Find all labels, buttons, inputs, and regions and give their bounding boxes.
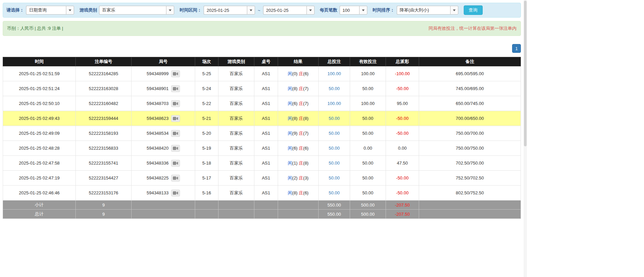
column-header: 有效投注: [350, 57, 386, 66]
round-cell: 594348534: [132, 126, 195, 141]
page-size-combo: [340, 6, 367, 15]
total-bet-cell[interactable]: 100.00: [319, 66, 350, 81]
subtotal-row-cell: [419, 200, 521, 210]
date-from-dropdown-button[interactable]: [247, 6, 255, 15]
total-bet-cell[interactable]: 50.00: [319, 141, 350, 156]
total-bet-cell[interactable]: 50.00: [319, 81, 350, 96]
total-bet-cell[interactable]: 50.00: [319, 156, 350, 171]
result-banker: 庄: [299, 116, 303, 121]
table-footer: 小计9550.00500.00-207.50总计9550.00500.00-20…: [3, 200, 521, 219]
range-separator: ~: [258, 8, 260, 13]
video-camera-icon[interactable]: [171, 70, 180, 77]
date-from-input[interactable]: [204, 6, 247, 15]
payout-cell: -100.00: [386, 66, 419, 81]
remark-cell: 702.50/750.00: [419, 156, 521, 171]
remark-cell: 750.00/750.00: [419, 141, 521, 156]
total-bet-cell[interactable]: 100.00: [319, 96, 350, 111]
column-header: 桌号: [254, 57, 278, 66]
total-bet-cell[interactable]: 50.00: [319, 186, 350, 200]
table-row: 2025-01-25 02:47:58522223155741594348336…: [3, 156, 521, 171]
round-cell: 594348901: [132, 81, 195, 96]
time-sort-dropdown-button[interactable]: [450, 6, 458, 15]
time-cell: 2025-01-25 02:49:43: [3, 111, 76, 126]
valid-bet-cell: 100.00: [350, 66, 386, 81]
game-category-combo: [99, 6, 174, 15]
result-player-score: (2): [292, 175, 298, 180]
result-banker: 庄: [299, 161, 303, 166]
time-cell: 2025-01-25 02:47:19: [3, 171, 76, 186]
video-camera-icon[interactable]: [171, 145, 180, 152]
video-camera-icon[interactable]: [171, 100, 180, 107]
game-category-input[interactable]: [99, 6, 166, 15]
result-player-score: (9): [292, 131, 298, 136]
video-camera-icon[interactable]: [171, 175, 180, 182]
page-button-1[interactable]: 1: [512, 44, 521, 53]
page-size-dropdown-button[interactable]: [359, 6, 367, 15]
session-cell: 5-25: [195, 66, 218, 81]
bets-table: 时间注单编号局号场次游戏类别桌号结果总投注有效投注总派彩备注 2025-01-2…: [3, 57, 521, 219]
valid-bet-cell: 100.00: [350, 96, 386, 111]
session-cell: 5-17: [195, 171, 218, 186]
total-bet-cell[interactable]: 50.00: [319, 126, 350, 141]
date-to-input[interactable]: [263, 6, 306, 15]
round-number: 594348623: [146, 116, 168, 121]
video-camera-icon[interactable]: [171, 160, 180, 167]
total-row-cell: 总计: [3, 210, 76, 219]
result-banker: 庄: [299, 190, 303, 195]
video-camera-icon[interactable]: [171, 190, 180, 196]
table-row: 2025-01-25 02:51:59522223164285594348999…: [3, 66, 521, 81]
game-cell: 百家乐: [218, 66, 254, 81]
result-player-score: (0): [292, 71, 298, 76]
round-number: 594348420: [146, 146, 168, 151]
valid-bet-cell: 50.00: [350, 81, 386, 96]
time-sort-input[interactable]: [397, 6, 450, 15]
session-cell: 5-22: [195, 96, 218, 111]
game-cell: 百家乐: [218, 141, 254, 156]
payout-cell: -50.00: [386, 81, 419, 96]
result-banker-score: (6): [303, 71, 308, 76]
result-player-score: (6): [292, 101, 298, 106]
video-camera-icon[interactable]: [171, 85, 180, 92]
subtotal-row-cell: -207.50: [386, 200, 419, 210]
round-cell: 594348133: [132, 186, 195, 200]
session-cell: 5-21: [195, 111, 218, 126]
time-cell: 2025-01-25 02:49:09: [3, 126, 76, 141]
column-header: 游戏类别: [218, 57, 254, 66]
scrollbar[interactable]: [524, 0, 527, 277]
date-to-dropdown-button[interactable]: [306, 6, 315, 15]
total-bet-cell[interactable]: 50.00: [319, 171, 350, 186]
round-number: 594348999: [146, 71, 168, 76]
table-row: 2025-01-25 02:50:10522223160482594348703…: [3, 96, 521, 111]
total-row-cell: 9: [76, 210, 132, 219]
video-camera-icon[interactable]: [171, 130, 180, 137]
page-size-input[interactable]: [340, 6, 359, 15]
query-type-input[interactable]: [26, 6, 66, 15]
payout-cell: 47.50: [386, 156, 419, 171]
remark-cell: 650.00/745.00: [419, 96, 521, 111]
scrollbar-thumb[interactable]: [524, 1, 527, 146]
table-no-cell: AS1: [254, 141, 278, 156]
payout-cell: -50.00: [386, 126, 419, 141]
result-player-score: (1): [292, 161, 298, 166]
column-header: 时间: [3, 57, 76, 66]
result-cell: 闲(8) 庄(8): [278, 111, 319, 126]
subtotal-row-cell: 小计: [3, 200, 76, 210]
result-cell: 闲(1) 庄(8): [278, 156, 319, 171]
game-category-dropdown-button[interactable]: [166, 6, 174, 15]
session-cell: 5-16: [195, 186, 218, 200]
video-camera-icon[interactable]: [171, 115, 180, 122]
total-row-cell: [254, 210, 278, 219]
game-category-label: 游戏类别: [79, 7, 97, 13]
remark-cell: 700.00/650.00: [419, 111, 521, 126]
column-header: 注单编号: [76, 57, 132, 66]
bet-id-cell: 522223158193: [76, 126, 132, 141]
query-button[interactable]: 查询: [464, 5, 483, 15]
caret-down-icon: [362, 9, 365, 11]
result-player: 闲: [288, 116, 292, 121]
query-type-dropdown-button[interactable]: [66, 6, 74, 15]
result-player: 闲: [288, 146, 292, 151]
round-cell: 594348999: [132, 66, 195, 81]
total-bet-cell[interactable]: 50.00: [319, 111, 350, 126]
result-player-score: (8): [292, 86, 298, 91]
bet-id-cell: 522223164285: [76, 66, 132, 81]
